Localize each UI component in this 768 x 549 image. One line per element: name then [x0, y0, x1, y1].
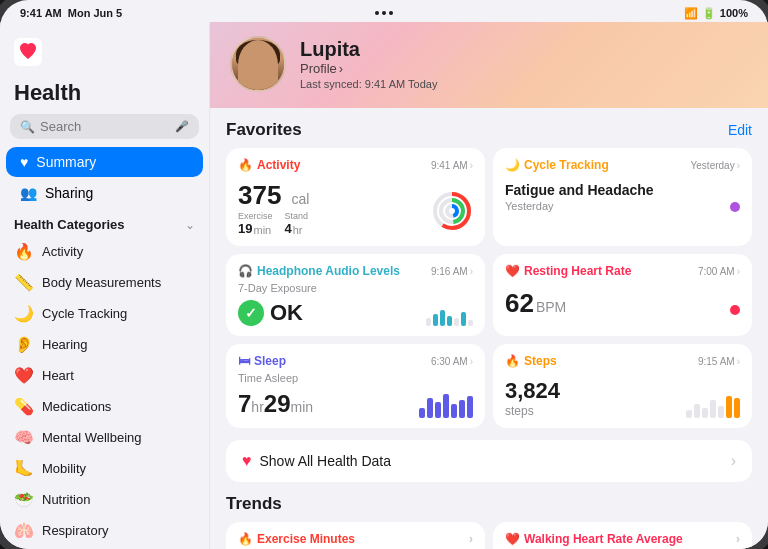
profile-header: Lupita Profile › Last synced: 9:41 AM To… — [210, 22, 768, 108]
categories-chevron[interactable]: ⌄ — [185, 218, 195, 232]
category-label: Heart — [42, 368, 74, 383]
trend-card-walking-hr[interactable]: ❤️ Walking Heart Rate Average › — [493, 522, 752, 549]
heart-card-header: ❤️ Resting Heart Rate 7:00 AM › — [505, 264, 740, 278]
favorites-edit-button[interactable]: Edit — [728, 122, 752, 138]
steps-bar-5 — [718, 406, 724, 418]
steps-chevron-icon: › — [737, 356, 740, 367]
category-medications[interactable]: 💊 Medications — [0, 391, 209, 422]
audio-bars — [426, 298, 473, 326]
heart-dot-indicator — [730, 305, 740, 315]
headphone-card[interactable]: 🎧 Headphone Audio Levels 9:16 AM › 7-Day… — [226, 254, 485, 336]
mic-icon[interactable]: 🎤 — [175, 120, 189, 133]
steps-bar-7 — [734, 398, 740, 418]
cycle-card-header: 🌙 Cycle Tracking Yesterday › — [505, 158, 740, 172]
category-hearing[interactable]: 👂 Hearing — [0, 329, 209, 360]
activity-card-time: 9:41 AM › — [431, 160, 473, 171]
category-activity[interactable]: 🔥 Activity — [0, 236, 209, 267]
categories-header: Health Categories ⌄ — [0, 209, 209, 236]
sleep-card-title: 🛏 Sleep — [238, 354, 286, 368]
trend-card-exercise[interactable]: 🔥 Exercise Minutes › — [226, 522, 485, 549]
body-icon: 📏 — [14, 273, 34, 292]
sleep-card[interactable]: 🛏 Sleep 6:30 AM › Time Asleep 7 — [226, 344, 485, 428]
category-mental[interactable]: 🧠 Mental Wellbeing — [0, 422, 209, 453]
sleep-bars — [419, 390, 473, 418]
avatar[interactable] — [230, 36, 286, 92]
search-icon: 🔍 — [20, 120, 35, 134]
sleep-card-body: 7 hr 29 min — [238, 384, 473, 418]
stand-label: Stand — [285, 211, 309, 221]
cycle-card-title: 🌙 Cycle Tracking — [505, 158, 609, 172]
cycle-card-time: Yesterday › — [691, 160, 740, 171]
headphone-card-title: 🎧 Headphone Audio Levels — [238, 264, 400, 278]
category-nutrition[interactable]: 🥗 Nutrition — [0, 484, 209, 515]
steps-card[interactable]: 🔥 Steps 9:15 AM › 3,824 — [493, 344, 752, 428]
exposure-label: 7-Day Exposure — [238, 282, 473, 294]
fatigue-time: Yesterday — [505, 200, 654, 212]
categories-title: Health Categories — [14, 217, 125, 232]
category-respiratory[interactable]: 🫁 Respiratory — [0, 515, 209, 546]
steps-card-title: 🔥 Steps — [505, 354, 557, 368]
category-body[interactable]: 📏 Body Measurements — [0, 267, 209, 298]
sleep-hours-unit: hr — [251, 399, 263, 415]
heart-icon: ❤️ — [14, 366, 34, 385]
profile-chevron-icon: › — [339, 61, 343, 76]
sleep-card-header: 🛏 Sleep 6:30 AM › — [238, 354, 473, 368]
audio-bar-1 — [426, 318, 431, 326]
favorites-grid: 🔥 Activity 9:41 AM › 375 — [226, 148, 752, 428]
status-left: 9:41 AM Mon Jun 5 — [20, 7, 122, 19]
steps-bar-6 — [726, 396, 732, 418]
sidebar: Health 🔍 🎤 ♥ Summary 👥 Sharing Health Ca… — [0, 22, 210, 549]
sleep-bar-1 — [419, 408, 425, 418]
heart-unit: BPM — [536, 299, 566, 315]
ok-badge: ✓ OK — [238, 300, 303, 326]
activity-card-icon: 🔥 — [238, 158, 253, 172]
activity-card-body: 375 cal Exercise 19 min — [238, 176, 473, 236]
sidebar-item-sharing[interactable]: 👥 Sharing — [6, 178, 203, 208]
sleep-minutes: 29 — [264, 390, 291, 418]
sleep-bar-7 — [467, 396, 473, 418]
headphone-card-header: 🎧 Headphone Audio Levels 9:16 AM › — [238, 264, 473, 278]
exercise-value: 19 — [238, 221, 252, 236]
battery-percentage: 100% — [720, 7, 748, 19]
sleep-chevron-icon: › — [470, 356, 473, 367]
heart-rate-card[interactable]: ❤️ Resting Heart Rate 7:00 AM › 62 — [493, 254, 752, 336]
show-all-chevron-icon: › — [731, 452, 736, 470]
status-date: Mon Jun 5 — [68, 7, 122, 19]
main-area: Lupita Profile › Last synced: 9:41 AM To… — [210, 22, 768, 549]
trends-section: Trends 🔥 Exercise Minutes › — [210, 494, 768, 549]
trend-walking-chevron: › — [736, 532, 740, 546]
trend-walking-label: Walking Heart Rate Average — [524, 532, 683, 546]
show-all-label: Show All Health Data — [260, 453, 392, 469]
audio-bar-6 — [461, 312, 466, 326]
search-input[interactable] — [40, 119, 170, 134]
sidebar-item-label: Summary — [36, 154, 96, 170]
activity-move-unit: cal — [291, 191, 309, 207]
sleep-bar-3 — [435, 402, 441, 418]
activity-ring — [431, 190, 473, 236]
medications-icon: 💊 — [14, 397, 34, 416]
category-mobility[interactable]: 🦶 Mobility — [0, 453, 209, 484]
show-all-row[interactable]: ♥ Show All Health Data › — [226, 440, 752, 482]
sharing-icon: 👥 — [20, 185, 37, 201]
search-bar[interactable]: 🔍 🎤 — [10, 114, 199, 139]
ok-circle: ✓ — [238, 300, 264, 326]
heart-card-body: 62 BPM — [505, 282, 740, 319]
fatigue-dot-indicator — [730, 202, 740, 212]
steps-bar-4 — [710, 400, 716, 418]
fatigue-title: Fatigue and Headache — [505, 182, 654, 198]
profile-link[interactable]: Profile › — [300, 61, 437, 76]
category-cycle[interactable]: 🌙 Cycle Tracking — [0, 298, 209, 329]
cycle-tracking-card[interactable]: 🌙 Cycle Tracking Yesterday › Fatigue and… — [493, 148, 752, 246]
profile-link-label: Profile — [300, 61, 337, 76]
stand-value: 4 — [285, 221, 292, 236]
respiratory-icon: 🫁 — [14, 521, 34, 540]
show-all-heart-icon: ♥ — [242, 452, 252, 470]
trend-heart-icon: ❤️ — [505, 532, 520, 546]
category-label: Hearing — [42, 337, 88, 352]
sleep-bar-5 — [451, 404, 457, 418]
app-icon-container — [0, 32, 209, 76]
steps-bar-2 — [694, 404, 700, 418]
category-heart[interactable]: ❤️ Heart — [0, 360, 209, 391]
sidebar-item-summary[interactable]: ♥ Summary — [6, 147, 203, 177]
activity-card[interactable]: 🔥 Activity 9:41 AM › 375 — [226, 148, 485, 246]
